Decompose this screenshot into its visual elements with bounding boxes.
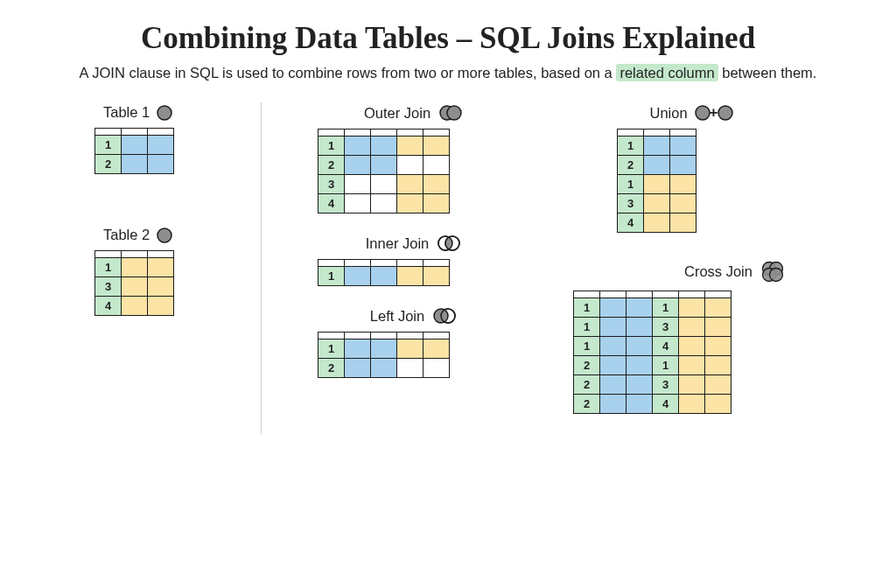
- subtitle-post: between them.: [718, 65, 817, 80]
- page-title: Combining Data Tables – SQL Joins Explai…: [42, 21, 854, 56]
- left-join-label: Left Join: [370, 308, 424, 325]
- svg-point-18: [769, 269, 782, 282]
- union-section: Union + 12134: [573, 104, 854, 233]
- inner-join-section: Inner Join 1: [318, 234, 542, 286]
- subtitle: A JOIN clause in SQL is used to combine …: [42, 65, 854, 81]
- inner-join-grid: 1: [318, 259, 542, 286]
- table2-grid: 134: [94, 250, 233, 316]
- left-join-grid: 12: [318, 332, 542, 378]
- subtitle-pre: A JOIN clause in SQL is used to combine …: [80, 65, 617, 80]
- union-label: Union: [649, 105, 687, 122]
- union-grid: 12134: [617, 129, 854, 233]
- cross-join-section: Cross Join 111314212324: [573, 259, 854, 414]
- table2-section: Table 2 134: [94, 227, 233, 316]
- highlighted-term: related column: [616, 64, 718, 81]
- single-circle-icon: [157, 105, 172, 121]
- diagram-content: Table 1 12 Table 2 134: [42, 99, 854, 435]
- table1-section: Table 1 12: [94, 104, 233, 174]
- table1-grid: 12: [94, 128, 233, 174]
- table1-label: Table 1: [103, 104, 150, 121]
- column-joins: Outer Join 1234 Inner Join: [262, 104, 542, 435]
- column-union-cross: Union + 12134 Cross Join: [542, 104, 854, 435]
- outer-join-label: Outer Join: [364, 105, 430, 122]
- cross-join-grid: 111314212324: [573, 290, 854, 414]
- venn-intersect-icon: [436, 234, 462, 252]
- svg-point-3: [447, 106, 461, 120]
- cross-join-label: Cross Join: [684, 263, 752, 280]
- svg-point-1: [158, 228, 172, 242]
- column-source-tables: Table 1 12 Table 2 134: [42, 104, 261, 435]
- circle-plus-circle-icon: +: [695, 104, 733, 122]
- svg-point-0: [158, 106, 172, 120]
- venn-left-icon: [431, 307, 458, 325]
- table2-label: Table 2: [103, 227, 150, 243]
- svg-point-13: [696, 106, 710, 120]
- inner-join-label: Inner Join: [366, 235, 429, 252]
- venn-full-icon: [438, 104, 464, 122]
- outer-join-section: Outer Join 1234: [318, 104, 542, 214]
- four-overlap-circles-icon: [760, 259, 786, 284]
- svg-point-14: [718, 106, 732, 120]
- outer-join-grid: 1234: [318, 129, 542, 214]
- single-circle-icon: [157, 228, 172, 243]
- left-join-section: Left Join 12: [318, 307, 542, 378]
